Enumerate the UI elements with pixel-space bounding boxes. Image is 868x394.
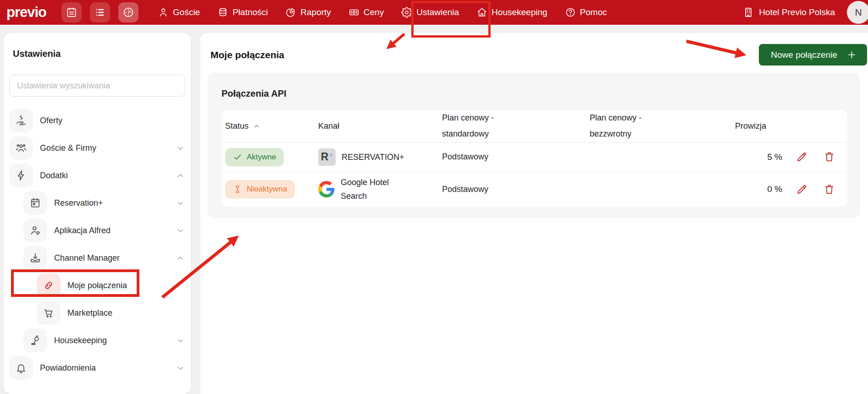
building-icon [742,6,754,18]
link-icon [43,279,55,291]
delete-connection-button[interactable] [823,151,835,163]
status-label: Nieaktywna [247,185,287,194]
sidebar-item-powiadomienia[interactable]: Powiadomienia [9,354,185,382]
home-icon [476,7,487,18]
column-header-status[interactable]: Status [225,118,315,134]
hourglass-icon [233,185,242,194]
chevron-down-icon [176,336,185,345]
sidebar-item-iconbox [9,356,33,380]
pencil-icon [796,151,808,163]
settings-search-input[interactable] [9,75,185,97]
settings-sidebar: Ustawienia OfertyGoście & FirmyDodatkiRe… [4,33,191,394]
quick-button-reservation-board[interactable] [61,2,82,22]
previo-logo[interactable]: previo [6,4,46,21]
sidebar-item-dodatki[interactable]: Dodatki [9,162,185,189]
hotel-name: Hotel Previo Polska [759,7,835,17]
sort-asc-icon [252,122,261,131]
sidebar-item-housekeeping[interactable]: Housekeeping [9,327,185,354]
main-panel: Moje połączenia Nowe połączenie Połączen… [200,33,868,394]
new-connection-button[interactable]: Nowe połączenie [759,44,867,66]
sidebar-item-marketplace[interactable]: Marketplace [9,299,185,327]
edit-connection-button[interactable] [796,151,808,163]
status-cell: Nieaktywna [225,180,315,198]
sidebar-item-iconbox [37,274,61,297]
nav-item-pomoc[interactable]: Pomoc [565,7,607,18]
trash-icon [823,183,835,196]
hotel-selector[interactable]: Hotel Previo Polska [742,6,835,18]
table-row: NieaktywnaGoogle Hotel SearchPodstawowy0… [221,172,847,207]
quick-button-dashboard-gauge[interactable] [118,2,138,22]
channel-name: RESERVATION+ [342,150,404,164]
nav-item-housekeeping[interactable]: Housekeeping [476,7,547,18]
connections-table: StatusKanałPlan cenowy - standardowyPlan… [221,110,847,207]
table-row: AktywneR+RESERVATION+Podstawowy5 % [221,142,847,172]
sidebar-item-label: Housekeeping [54,336,107,345]
user-avatar[interactable]: N [847,1,868,24]
column-header-label: Kanał [318,121,339,131]
status-label: Aktywne [247,153,276,162]
sidebar-item-oferty[interactable]: Oferty [9,107,185,134]
main-header: Moje połączenia Nowe połączenie [200,33,868,66]
reservation-board-icon [66,6,77,18]
status-cell: Aktywne [225,148,315,166]
sidebar-item-moje-polaczenia[interactable]: Moje połączenia [9,272,185,299]
channel-cell: R+RESERVATION+ [315,145,435,170]
commission-cell: 5 % [728,152,782,162]
channel-name: Google Hotel Search [341,175,413,203]
sidebar-title: Ustawienia [13,49,185,59]
people-icon [15,142,27,154]
nav-item-ceny[interactable]: Ceny [348,7,384,18]
banknote-icon [348,7,359,18]
pencil-icon [796,183,808,196]
nav-item-raporty[interactable]: Raporty [285,7,331,18]
sidebar-item-label: Goście & Firmy [40,143,96,153]
quick-button-reservation-list[interactable] [90,2,110,22]
chevron-up-icon [176,171,185,181]
chevron-down-container [176,198,185,208]
plus-icon [846,49,857,60]
nav-item-label: Ceny [364,7,384,17]
reservation-list-icon [94,6,106,18]
nav-item-label: Goście [173,7,200,17]
lightning-icon [15,170,27,181]
edit-connection-button[interactable] [796,183,808,196]
sidebar-item-label: Powiadomienia [40,363,96,373]
nav-item-label: Pomoc [580,7,607,17]
table-header-row: StatusKanałPlan cenowy - standardowyPlan… [221,110,847,142]
column-header-prowizja: Prowizja [728,118,782,134]
sidebar-item-aplikacja-alfred[interactable]: Aplikacja Alfred [9,217,185,244]
sidebar-item-iconbox [23,219,47,242]
chevron-down-container [176,143,185,153]
sidebar-item-channel-manager[interactable]: Channel Manager [9,244,185,272]
sidebar-item-label: Moje połączenia [67,281,127,290]
nav-item-platnosci[interactable]: Płatności [217,7,268,18]
dashboard-gauge-icon [122,6,134,18]
sidebar-item-label: Channel Manager [54,253,120,263]
building-icon [742,6,754,18]
nav-item-label: Ustawienia [416,7,459,17]
nav-item-label: Raporty [300,7,331,17]
channel-cell: Google Hotel Search [315,172,435,207]
nav-item-goscie[interactable]: Goście [158,7,200,18]
gear-icon [401,7,412,18]
delete-connection-button[interactable] [823,183,835,196]
chevron-down-icon [176,143,185,153]
check-icon [233,153,242,162]
chevron-down-container [176,363,185,373]
sidebar-item-goscie-firmy[interactable]: Goście & Firmy [9,134,185,162]
chevron-up-icon [176,253,185,263]
reservation-plus-logo: R+ [318,148,336,166]
nav-item-ustawienia[interactable]: Ustawienia [401,7,459,18]
cart-icon [43,307,55,319]
sidebar-item-label: Dodatki [40,171,68,181]
sidebar-item-iconbox [23,246,47,270]
sidebar-item-reservation-plus[interactable]: Reservation+ [9,189,185,217]
nav-right: Hotel Previo Polska N [742,1,868,24]
plan-standard-cell: Podstawowy [435,152,582,162]
person-tag-icon [29,224,41,236]
top-nav-bar: previo GościePłatnościRaportyCenyUstawie… [0,0,868,25]
row-actions [782,183,835,196]
sidebar-item-iconbox [37,301,61,325]
row-actions [782,151,835,163]
status-badge: Nieaktywna [225,180,295,198]
